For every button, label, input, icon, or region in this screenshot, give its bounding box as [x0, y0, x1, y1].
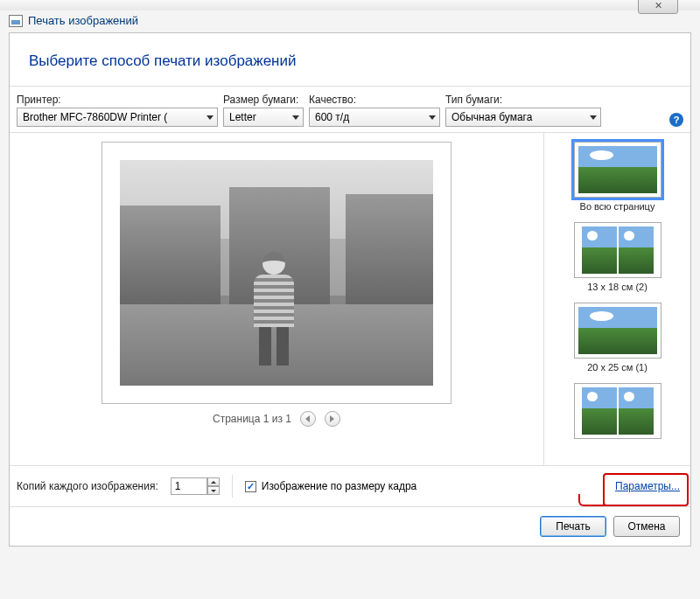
fit-frame-label: Изображение по размеру кадра — [262, 480, 416, 492]
layout-thumbnail — [574, 142, 662, 198]
layout-option[interactable]: Во всю страницу — [544, 138, 690, 219]
help-icon[interactable]: ? — [669, 113, 683, 127]
pager: Страница 1 из 1 — [213, 411, 340, 427]
chevron-down-icon — [206, 115, 214, 120]
checkbox-icon: ✓ — [245, 481, 256, 492]
fit-frame-checkbox[interactable]: ✓ Изображение по размеру кадра — [245, 480, 416, 492]
arrow-down-icon — [211, 490, 216, 492]
options-link-text: Параметры... — [615, 480, 680, 492]
print-preview — [102, 142, 452, 404]
chevron-down-icon — [292, 115, 299, 120]
preview-photo — [120, 160, 433, 386]
layout-label: 13 x 18 см (2) — [550, 282, 685, 292]
papertype-value: Обычная бумага — [452, 111, 532, 123]
arrow-right-icon — [330, 415, 334, 422]
copies-input[interactable] — [171, 477, 207, 495]
arrow-up-icon — [211, 481, 216, 484]
copies-up-button[interactable] — [207, 477, 220, 486]
dialog-header: Печать изображений — [0, 10, 700, 32]
window-titlebar: ✕ — [0, 0, 700, 10]
print-options-row: Принтер: Brother MFC-7860DW Printer ( Ра… — [10, 87, 690, 133]
printer-value: Brother MFC-7860DW Printer ( — [23, 111, 167, 123]
chevron-down-icon — [590, 115, 597, 120]
layout-thumbnail — [574, 303, 662, 359]
separator — [232, 475, 233, 498]
body-area: Страница 1 из 1 Во всю страницу13 x 18 с… — [10, 133, 690, 466]
print-dialog: Выберите способ печати изображений Принт… — [9, 32, 691, 547]
layout-label: Во всю страницу — [550, 201, 685, 212]
prev-page-button[interactable] — [300, 411, 316, 427]
quality-dropdown[interactable]: 600 т/д — [309, 108, 440, 127]
layout-option[interactable] — [544, 380, 690, 449]
preview-column: Страница 1 из 1 — [10, 133, 543, 465]
papersize-dropdown[interactable]: Letter — [223, 108, 304, 127]
papertype-dropdown[interactable]: Обычная бумага — [445, 108, 601, 127]
chevron-down-icon — [429, 115, 436, 120]
bottom-options: Копий каждого изображения: ✓ Изображение… — [10, 466, 690, 507]
dialog-actions: Печать Отмена — [10, 507, 690, 546]
page-indicator: Страница 1 из 1 — [213, 413, 291, 425]
layout-thumbnail — [574, 383, 662, 439]
copies-down-button[interactable] — [207, 486, 220, 495]
quality-label: Качество: — [309, 94, 440, 106]
instruction-text: Выберите способ печати изображений — [10, 33, 690, 87]
copies-spinner[interactable] — [171, 477, 220, 495]
papersize-label: Размер бумаги: — [223, 94, 304, 106]
dialog-title: Печать изображений — [28, 14, 138, 27]
layouts-list[interactable]: Во всю страницу13 x 18 см (2)20 x 25 см … — [543, 133, 690, 465]
print-pictures-icon — [9, 15, 23, 27]
copies-label: Копий каждого изображения: — [17, 480, 158, 492]
next-page-button[interactable] — [325, 411, 340, 427]
window-close-button[interactable]: ✕ — [638, 0, 678, 14]
arrow-left-icon — [305, 415, 310, 422]
print-button[interactable]: Печать — [540, 516, 606, 537]
layout-option[interactable]: 20 x 25 см (1) — [544, 299, 690, 380]
papersize-value: Letter — [229, 111, 256, 123]
quality-value: 600 т/д — [315, 111, 349, 123]
printer-dropdown[interactable]: Brother MFC-7860DW Printer ( — [17, 108, 218, 127]
cancel-button[interactable]: Отмена — [613, 516, 680, 537]
layout-thumbnail — [574, 222, 662, 278]
papertype-label: Тип бумаги: — [445, 94, 601, 106]
options-link[interactable]: Параметры... — [612, 478, 683, 494]
layout-label: 20 x 25 см (1) — [550, 362, 685, 373]
layout-option[interactable]: 13 x 18 см (2) — [544, 219, 690, 299]
printer-label: Принтер: — [17, 94, 218, 106]
